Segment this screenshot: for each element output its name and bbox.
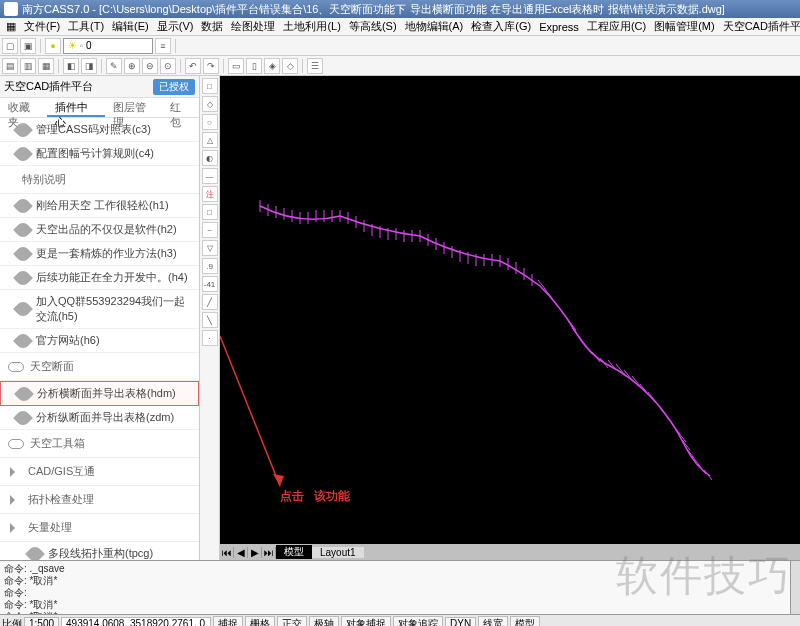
tab-first-icon[interactable]: ⏮: [220, 547, 234, 558]
menu-item[interactable]: 土地利用(L): [279, 19, 344, 34]
vtool-button[interactable]: △: [202, 132, 218, 148]
status-toggle[interactable]: 对象追踪: [393, 616, 443, 627]
status-toggle[interactable]: 捕捉: [213, 616, 243, 627]
tab-model[interactable]: 模型: [276, 545, 312, 559]
zoom-icon[interactable]: ⊙: [160, 58, 176, 74]
vtool-button[interactable]: ◐: [202, 150, 218, 166]
status-toggle[interactable]: DYN: [445, 617, 476, 626]
status-toggle[interactable]: 栅格: [245, 616, 275, 627]
sidebar-category[interactable]: CAD/GIS互通: [0, 458, 199, 486]
sidebar-category[interactable]: 天空工具箱: [0, 430, 199, 458]
sidebar-tab[interactable]: 收藏夹: [0, 98, 47, 117]
tool-icon[interactable]: ◇: [282, 58, 298, 74]
menu-item[interactable]: 显示(V): [153, 19, 198, 34]
sidebar-tab[interactable]: 插件中心: [47, 98, 105, 117]
pencil-icon[interactable]: ✎: [106, 58, 122, 74]
sidebar-body: 管理CASS码对照表(c3)配置图幅号计算规则(c4)特别说明刚给用天空 工作很…: [0, 118, 199, 560]
sidebar-item[interactable]: 多段线拓扑重构(tpcg): [0, 542, 199, 560]
sidebar-item[interactable]: 天空出品的不仅仅是软件(h2): [0, 218, 199, 242]
status-toggle[interactable]: 极轴: [309, 616, 339, 627]
menu-item[interactable]: 数据: [197, 19, 227, 34]
layer-props-icon[interactable]: ≡: [155, 38, 171, 54]
status-toggle[interactable]: 模型: [510, 616, 540, 627]
menu-item[interactable]: 等高线(S): [345, 19, 401, 34]
sidebar-item[interactable]: 分析纵断面并导出表格(zdm): [0, 406, 199, 430]
leaf-icon: [13, 408, 33, 428]
menu-item[interactable]: 工具(T): [64, 19, 108, 34]
redo-icon[interactable]: ↷: [203, 58, 219, 74]
vtool-button[interactable]: ○: [202, 114, 218, 130]
scale-value[interactable]: 1:500: [24, 617, 59, 626]
auth-badge[interactable]: 已授权: [153, 79, 195, 95]
status-toggle[interactable]: 正交: [277, 616, 307, 627]
menu-item[interactable]: 工程应用(C): [583, 19, 650, 34]
app-icon: [4, 2, 18, 16]
menu-item[interactable]: 编辑(E): [108, 19, 153, 34]
zoom-icon[interactable]: ⊕: [124, 58, 140, 74]
sidebar-item[interactable]: 配置图幅号计算规则(c4): [0, 142, 199, 166]
app-menu-icon[interactable]: ▦: [2, 20, 20, 33]
tab-next-icon[interactable]: ▶: [248, 547, 262, 558]
tool-icon[interactable]: ◨: [81, 58, 97, 74]
sidebar-item[interactable]: 后续功能正在全力开发中。(h4): [0, 266, 199, 290]
sidebar-item[interactable]: 官方网站(h6): [0, 329, 199, 353]
sidebar-item[interactable]: 更是一套精炼的作业方法(h3): [0, 242, 199, 266]
sidebar-item[interactable]: 管理CASS码对照表(c3): [0, 118, 199, 142]
tool-icon[interactable]: ◧: [63, 58, 79, 74]
sidebar-category[interactable]: 矢量处理: [0, 514, 199, 542]
vtool-button[interactable]: -41: [202, 276, 218, 292]
vtool-button[interactable]: ~: [202, 222, 218, 238]
tab-layout[interactable]: Layout1: [312, 547, 364, 558]
tool-icon[interactable]: ☰: [307, 58, 323, 74]
sidebar-item[interactable]: 分析横断面并导出表格(hdm): [0, 381, 199, 406]
command-history[interactable]: 命令: ._qsave命令: *取消*命令:命令: *取消*命令: *取消*命令…: [0, 561, 790, 614]
category-label: CAD/GIS互通: [28, 464, 95, 479]
zoom-icon[interactable]: ⊖: [142, 58, 158, 74]
menu-item[interactable]: 文件(F): [20, 19, 64, 34]
menu-item[interactable]: 检查入库(G): [467, 19, 535, 34]
vtool-button[interactable]: .9: [202, 258, 218, 274]
vtool-button[interactable]: ·: [202, 330, 218, 346]
menu-item[interactable]: 天空CAD插件平台1.3.9.1: [719, 19, 800, 34]
menu-item[interactable]: 绘图处理: [227, 19, 279, 34]
vtool-button[interactable]: 注: [202, 186, 218, 202]
menu-item[interactable]: Express: [535, 21, 583, 33]
tool-icon[interactable]: ▯: [246, 58, 262, 74]
sidebar-tab[interactable]: 红包: [162, 98, 199, 117]
sidebar-category[interactable]: 拓扑检查处理: [0, 486, 199, 514]
vtool-button[interactable]: ▽: [202, 240, 218, 256]
leaf-icon: [13, 244, 33, 264]
tab-prev-icon[interactable]: ◀: [234, 547, 248, 558]
drawing-viewport[interactable]: 点击 该功能 ⏮ ◀ ▶ ⏭ 模型 Layout1: [220, 76, 800, 560]
sidebar-category[interactable]: 特别说明: [0, 166, 199, 194]
sidebar-title: 天空CAD插件平台: [4, 79, 93, 94]
status-toggle[interactable]: 线宽: [478, 616, 508, 627]
sidebar-tab[interactable]: 图层管理: [105, 98, 163, 117]
sidebar-item[interactable]: 刚给用天空 工作很轻松(h1): [0, 194, 199, 218]
undo-icon[interactable]: ↶: [185, 58, 201, 74]
item-label: 官方网站(h6): [36, 333, 100, 348]
status-toggle[interactable]: 对象捕捉: [341, 616, 391, 627]
new-icon[interactable]: ▢: [2, 38, 18, 54]
layer-selector[interactable]: ☀ ▫ 0: [63, 38, 153, 54]
vtool-button[interactable]: ◇: [202, 96, 218, 112]
tab-last-icon[interactable]: ⏭: [262, 547, 276, 558]
tool-icon[interactable]: ◈: [264, 58, 280, 74]
menu-item[interactable]: 地物编辑(A): [401, 19, 468, 34]
vtool-button[interactable]: —: [202, 168, 218, 184]
command-resize-handle[interactable]: [790, 561, 800, 614]
open-icon[interactable]: ▣: [20, 38, 36, 54]
sidebar-category[interactable]: 天空断面: [0, 353, 199, 381]
tool-icon[interactable]: ▦: [38, 58, 54, 74]
vtool-button[interactable]: ╱: [202, 294, 218, 310]
vtool-button[interactable]: ╲: [202, 312, 218, 328]
vtool-button[interactable]: □: [202, 204, 218, 220]
menu-item[interactable]: 图幅管理(M): [650, 19, 719, 34]
item-label: 更是一套精炼的作业方法(h3): [36, 246, 177, 261]
tool-icon[interactable]: ▤: [2, 58, 18, 74]
sidebar-item[interactable]: 加入QQ群553923294我们一起交流(h5): [0, 290, 199, 329]
vtool-button[interactable]: □: [202, 78, 218, 94]
tool-icon[interactable]: ▥: [20, 58, 36, 74]
tool-icon[interactable]: ▭: [228, 58, 244, 74]
bulb-icon[interactable]: ●: [45, 38, 61, 54]
